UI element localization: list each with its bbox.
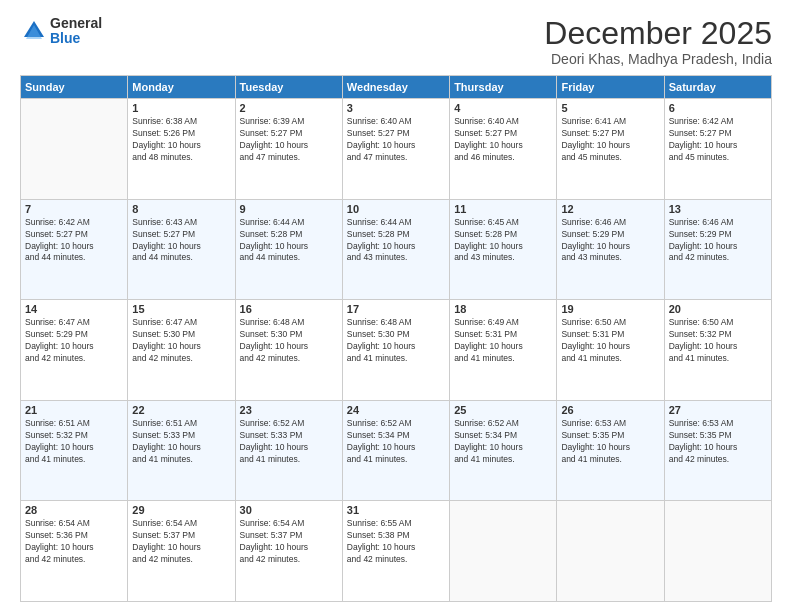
day-info: Sunrise: 6:54 AMSunset: 5:36 PMDaylight:… xyxy=(25,518,123,566)
calendar-cell: 3Sunrise: 6:40 AMSunset: 5:27 PMDaylight… xyxy=(342,99,449,200)
calendar-cell: 20Sunrise: 6:50 AMSunset: 5:32 PMDayligh… xyxy=(664,300,771,401)
weekday-header-friday: Friday xyxy=(557,76,664,99)
day-number: 23 xyxy=(240,404,338,416)
day-number: 1 xyxy=(132,102,230,114)
calendar-cell xyxy=(664,501,771,602)
day-info: Sunrise: 6:39 AMSunset: 5:27 PMDaylight:… xyxy=(240,116,338,164)
calendar-cell: 16Sunrise: 6:48 AMSunset: 5:30 PMDayligh… xyxy=(235,300,342,401)
day-number: 20 xyxy=(669,303,767,315)
calendar-cell: 7Sunrise: 6:42 AMSunset: 5:27 PMDaylight… xyxy=(21,199,128,300)
day-info: Sunrise: 6:49 AMSunset: 5:31 PMDaylight:… xyxy=(454,317,552,365)
calendar-cell: 29Sunrise: 6:54 AMSunset: 5:37 PMDayligh… xyxy=(128,501,235,602)
calendar-cell: 5Sunrise: 6:41 AMSunset: 5:27 PMDaylight… xyxy=(557,99,664,200)
header: General Blue December 2025 Deori Khas, M… xyxy=(20,16,772,67)
day-number: 17 xyxy=(347,303,445,315)
weekday-header-sunday: Sunday xyxy=(21,76,128,99)
calendar-cell: 4Sunrise: 6:40 AMSunset: 5:27 PMDaylight… xyxy=(450,99,557,200)
calendar-cell: 10Sunrise: 6:44 AMSunset: 5:28 PMDayligh… xyxy=(342,199,449,300)
day-info: Sunrise: 6:48 AMSunset: 5:30 PMDaylight:… xyxy=(347,317,445,365)
day-number: 22 xyxy=(132,404,230,416)
calendar-cell: 23Sunrise: 6:52 AMSunset: 5:33 PMDayligh… xyxy=(235,400,342,501)
page: General Blue December 2025 Deori Khas, M… xyxy=(0,0,792,612)
day-number: 3 xyxy=(347,102,445,114)
day-info: Sunrise: 6:40 AMSunset: 5:27 PMDaylight:… xyxy=(347,116,445,164)
calendar-cell: 14Sunrise: 6:47 AMSunset: 5:29 PMDayligh… xyxy=(21,300,128,401)
calendar-cell: 2Sunrise: 6:39 AMSunset: 5:27 PMDaylight… xyxy=(235,99,342,200)
day-info: Sunrise: 6:38 AMSunset: 5:26 PMDaylight:… xyxy=(132,116,230,164)
calendar-cell: 22Sunrise: 6:51 AMSunset: 5:33 PMDayligh… xyxy=(128,400,235,501)
day-info: Sunrise: 6:50 AMSunset: 5:31 PMDaylight:… xyxy=(561,317,659,365)
calendar-cell: 12Sunrise: 6:46 AMSunset: 5:29 PMDayligh… xyxy=(557,199,664,300)
calendar-week-row: 21Sunrise: 6:51 AMSunset: 5:32 PMDayligh… xyxy=(21,400,772,501)
day-info: Sunrise: 6:46 AMSunset: 5:29 PMDaylight:… xyxy=(669,217,767,265)
calendar-cell: 26Sunrise: 6:53 AMSunset: 5:35 PMDayligh… xyxy=(557,400,664,501)
day-info: Sunrise: 6:55 AMSunset: 5:38 PMDaylight:… xyxy=(347,518,445,566)
calendar-cell: 13Sunrise: 6:46 AMSunset: 5:29 PMDayligh… xyxy=(664,199,771,300)
logo-icon xyxy=(20,17,48,45)
calendar-week-row: 14Sunrise: 6:47 AMSunset: 5:29 PMDayligh… xyxy=(21,300,772,401)
day-number: 13 xyxy=(669,203,767,215)
day-info: Sunrise: 6:46 AMSunset: 5:29 PMDaylight:… xyxy=(561,217,659,265)
day-number: 8 xyxy=(132,203,230,215)
day-number: 24 xyxy=(347,404,445,416)
day-info: Sunrise: 6:54 AMSunset: 5:37 PMDaylight:… xyxy=(240,518,338,566)
calendar-week-row: 7Sunrise: 6:42 AMSunset: 5:27 PMDaylight… xyxy=(21,199,772,300)
day-number: 30 xyxy=(240,504,338,516)
day-number: 7 xyxy=(25,203,123,215)
day-number: 29 xyxy=(132,504,230,516)
day-info: Sunrise: 6:51 AMSunset: 5:33 PMDaylight:… xyxy=(132,418,230,466)
day-info: Sunrise: 6:53 AMSunset: 5:35 PMDaylight:… xyxy=(561,418,659,466)
calendar-week-row: 1Sunrise: 6:38 AMSunset: 5:26 PMDaylight… xyxy=(21,99,772,200)
day-info: Sunrise: 6:42 AMSunset: 5:27 PMDaylight:… xyxy=(669,116,767,164)
day-number: 12 xyxy=(561,203,659,215)
calendar-cell: 28Sunrise: 6:54 AMSunset: 5:36 PMDayligh… xyxy=(21,501,128,602)
day-number: 27 xyxy=(669,404,767,416)
day-info: Sunrise: 6:44 AMSunset: 5:28 PMDaylight:… xyxy=(347,217,445,265)
calendar-cell: 8Sunrise: 6:43 AMSunset: 5:27 PMDaylight… xyxy=(128,199,235,300)
day-number: 21 xyxy=(25,404,123,416)
day-info: Sunrise: 6:47 AMSunset: 5:30 PMDaylight:… xyxy=(132,317,230,365)
day-info: Sunrise: 6:50 AMSunset: 5:32 PMDaylight:… xyxy=(669,317,767,365)
day-number: 11 xyxy=(454,203,552,215)
day-number: 14 xyxy=(25,303,123,315)
day-info: Sunrise: 6:41 AMSunset: 5:27 PMDaylight:… xyxy=(561,116,659,164)
day-number: 15 xyxy=(132,303,230,315)
calendar-cell: 24Sunrise: 6:52 AMSunset: 5:34 PMDayligh… xyxy=(342,400,449,501)
day-info: Sunrise: 6:40 AMSunset: 5:27 PMDaylight:… xyxy=(454,116,552,164)
day-number: 4 xyxy=(454,102,552,114)
day-number: 19 xyxy=(561,303,659,315)
calendar-cell: 30Sunrise: 6:54 AMSunset: 5:37 PMDayligh… xyxy=(235,501,342,602)
calendar-cell xyxy=(557,501,664,602)
weekday-header-saturday: Saturday xyxy=(664,76,771,99)
day-number: 2 xyxy=(240,102,338,114)
calendar-cell: 15Sunrise: 6:47 AMSunset: 5:30 PMDayligh… xyxy=(128,300,235,401)
calendar-cell xyxy=(450,501,557,602)
day-info: Sunrise: 6:51 AMSunset: 5:32 PMDaylight:… xyxy=(25,418,123,466)
weekday-header-thursday: Thursday xyxy=(450,76,557,99)
day-info: Sunrise: 6:52 AMSunset: 5:33 PMDaylight:… xyxy=(240,418,338,466)
calendar-cell: 25Sunrise: 6:52 AMSunset: 5:34 PMDayligh… xyxy=(450,400,557,501)
day-info: Sunrise: 6:48 AMSunset: 5:30 PMDaylight:… xyxy=(240,317,338,365)
calendar-cell: 9Sunrise: 6:44 AMSunset: 5:28 PMDaylight… xyxy=(235,199,342,300)
weekday-header-monday: Monday xyxy=(128,76,235,99)
day-info: Sunrise: 6:42 AMSunset: 5:27 PMDaylight:… xyxy=(25,217,123,265)
calendar-cell: 17Sunrise: 6:48 AMSunset: 5:30 PMDayligh… xyxy=(342,300,449,401)
calendar-cell: 18Sunrise: 6:49 AMSunset: 5:31 PMDayligh… xyxy=(450,300,557,401)
day-info: Sunrise: 6:52 AMSunset: 5:34 PMDaylight:… xyxy=(347,418,445,466)
day-number: 26 xyxy=(561,404,659,416)
title-area: December 2025 Deori Khas, Madhya Pradesh… xyxy=(544,16,772,67)
calendar-cell: 1Sunrise: 6:38 AMSunset: 5:26 PMDaylight… xyxy=(128,99,235,200)
logo: General Blue xyxy=(20,16,102,47)
weekday-header-wednesday: Wednesday xyxy=(342,76,449,99)
day-number: 18 xyxy=(454,303,552,315)
logo-blue-text: Blue xyxy=(50,31,102,46)
day-number: 28 xyxy=(25,504,123,516)
day-info: Sunrise: 6:53 AMSunset: 5:35 PMDaylight:… xyxy=(669,418,767,466)
day-number: 31 xyxy=(347,504,445,516)
calendar-cell: 27Sunrise: 6:53 AMSunset: 5:35 PMDayligh… xyxy=(664,400,771,501)
calendar-table: SundayMondayTuesdayWednesdayThursdayFrid… xyxy=(20,75,772,602)
day-info: Sunrise: 6:43 AMSunset: 5:27 PMDaylight:… xyxy=(132,217,230,265)
day-number: 9 xyxy=(240,203,338,215)
month-title: December 2025 xyxy=(544,16,772,51)
calendar-cell: 21Sunrise: 6:51 AMSunset: 5:32 PMDayligh… xyxy=(21,400,128,501)
